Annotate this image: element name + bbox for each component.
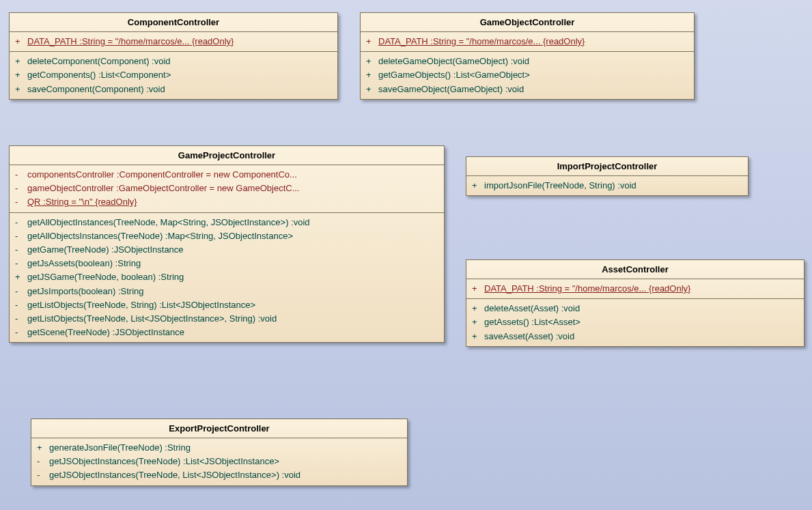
operation-row: -getJsImports(boolean) :String [10,285,444,298]
operation-row: +getGameObjects() :List<GameObject> [361,68,694,82]
operation-row: +deleteAsset(Asset) :void [466,302,804,315]
attribute-row: -gameObjectController :GameObjectControl… [10,182,444,195]
operation-row: -getScene(TreeNode) :JSObjectInstance [10,326,444,339]
operation-row: +generateJsonFile(TreeNode) :String [31,441,407,455]
operation-row: -getJsAssets(boolean) :String [10,257,444,270]
attributes-section: -componentsController :ComponentControll… [10,165,444,213]
operations-section: +generateJsonFile(TreeNode) :String -get… [31,438,407,485]
operations-section: +deleteComponent(Component) :void +getCo… [10,52,337,99]
class-title: AssetController [466,260,804,279]
operation-row: +saveAsset(Asset) :void [466,330,804,343]
operation-row: -getListObjects(TreeNode, List<JSObjectI… [10,312,444,326]
attribute-text: DATA_PATH :String = "/home/marcos/e... {… [27,36,332,48]
class-title: ImportProjectController [466,157,748,176]
class-title: GameProjectController [10,146,444,165]
operations-section: -getAllObjectInstances(TreeNode, Map<Str… [10,213,444,343]
class-title: ComponentController [10,13,337,32]
attributes-section: + DATA_PATH :String = "/home/marcos/e...… [361,32,694,52]
attribute-row: + DATA_PATH :String = "/home/marcos/e...… [466,282,804,296]
operations-section: +importJsonFile(TreeNode, String) :void [466,176,748,195]
operation-row: +deleteGameObject(GameObject) :void [361,55,694,68]
operations-section: +deleteAsset(Asset) :void +getAssets() :… [466,299,804,346]
operation-row: -getListObjects(TreeNode, String) :List<… [10,298,444,312]
operation-row: -getJSObjectInstances(TreeNode) :List<JS… [31,455,407,468]
operation-row: +getAssets() :List<Asset> [466,315,804,329]
class-game-project-controller: GameProjectController -componentsControl… [9,145,445,343]
operation-row: -getAllObjectsInstances(TreeNode) :Map<S… [10,229,444,243]
class-title: ExportProjectController [31,419,407,438]
operations-section: +deleteGameObject(GameObject) :void +get… [361,52,694,99]
class-export-project-controller: ExportProjectController +generateJsonFil… [31,419,408,486]
operation-row: +deleteComponent(Component) :void [10,55,337,68]
operation-row: +getComponents() :List<Component> [10,68,337,82]
operation-row: -getJSObjectInstances(TreeNode, List<JSO… [31,468,407,482]
attribute-row: + DATA_PATH :String = "/home/marcos/e...… [361,35,694,48]
attribute-row: -componentsController :ComponentControll… [10,168,444,182]
operation-row: +importJsonFile(TreeNode, String) :void [466,179,748,193]
attributes-section: + DATA_PATH :String = "/home/marcos/e...… [466,279,804,299]
operation-row: -getGame(TreeNode) :JSObjectInstance [10,243,444,257]
operation-row: +saveComponent(Component) :void [10,83,337,96]
attribute-row: -QR :String = "\n" {readOnly} [10,195,444,209]
operation-row: -getAllObjectInstances(TreeNode, Map<Str… [10,216,444,229]
class-game-object-controller: GameObjectController + DATA_PATH :String… [360,12,695,100]
visibility: + [15,36,27,48]
class-import-project-controller: ImportProjectController +importJsonFile(… [466,156,748,196]
attributes-section: + DATA_PATH :String = "/home/marcos/e...… [10,32,337,52]
class-title: GameObjectController [361,13,694,32]
class-asset-controller: AssetController + DATA_PATH :String = "/… [466,259,804,347]
operation-row: +getJSGame(TreeNode, boolean) :String [10,270,444,284]
attribute-row: + DATA_PATH :String = "/home/marcos/e...… [10,35,337,48]
class-component-controller: ComponentController + DATA_PATH :String … [9,12,338,100]
operation-row: +saveGameObject(GameObject) :void [361,83,694,96]
